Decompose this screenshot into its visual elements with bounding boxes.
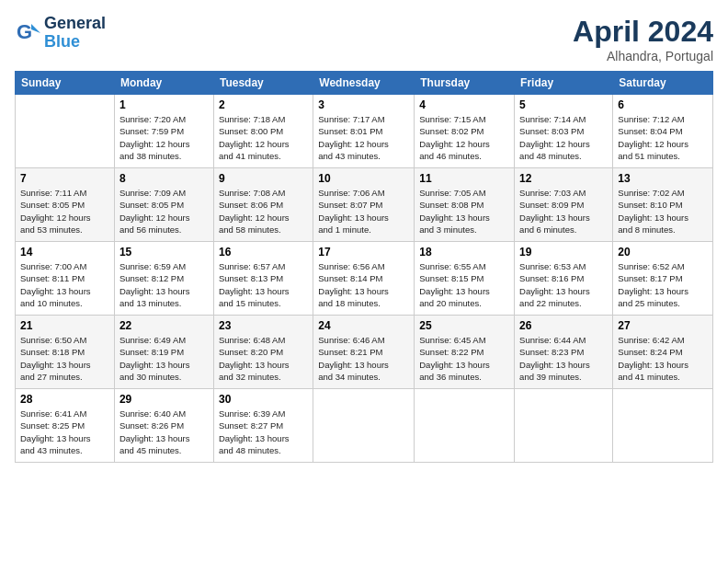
calendar-cell: 5Sunrise: 7:14 AMSunset: 8:03 PMDaylight… — [515, 95, 613, 168]
calendar-cell: 3Sunrise: 7:17 AMSunset: 8:01 PMDaylight… — [313, 95, 415, 168]
svg-marker-1 — [31, 24, 40, 33]
calendar-cell: 17Sunrise: 6:56 AMSunset: 8:14 PMDayligh… — [313, 242, 415, 316]
day-number: 6 — [618, 98, 708, 111]
calendar-cell — [313, 389, 415, 463]
day-number: 17 — [318, 246, 409, 259]
day-number: 1 — [119, 98, 209, 111]
day-number: 23 — [219, 319, 308, 332]
day-number: 29 — [119, 393, 209, 406]
day-info: Sunrise: 6:45 AMSunset: 8:22 PMDaylight:… — [419, 334, 509, 383]
day-info: Sunrise: 6:49 AMSunset: 8:19 PMDaylight:… — [119, 334, 209, 383]
calendar-cell: 24Sunrise: 6:46 AMSunset: 8:21 PMDayligh… — [313, 316, 415, 389]
day-number: 18 — [419, 246, 509, 259]
svg-text:G: G — [17, 20, 32, 43]
logo-icon: G — [15, 20, 40, 46]
day-number: 8 — [119, 172, 209, 185]
weekday-header: Sunday — [16, 72, 115, 95]
day-number: 28 — [20, 393, 109, 406]
weekday-header: Tuesday — [213, 72, 313, 95]
calendar-cell: 11Sunrise: 7:05 AMSunset: 8:08 PMDayligh… — [415, 168, 515, 242]
calendar-cell: 21Sunrise: 6:50 AMSunset: 8:18 PMDayligh… — [16, 316, 115, 389]
day-info: Sunrise: 7:20 AMSunset: 7:59 PMDaylight:… — [119, 113, 209, 162]
day-number: 13 — [618, 172, 708, 185]
calendar-cell: 28Sunrise: 6:41 AMSunset: 8:25 PMDayligh… — [16, 389, 115, 463]
day-info: Sunrise: 6:41 AMSunset: 8:25 PMDaylight:… — [20, 408, 109, 456]
calendar-week-row: 14Sunrise: 7:00 AMSunset: 8:11 PMDayligh… — [16, 242, 713, 316]
calendar-cell: 10Sunrise: 7:06 AMSunset: 8:07 PMDayligh… — [313, 168, 415, 242]
day-info: Sunrise: 7:05 AMSunset: 8:08 PMDaylight:… — [419, 187, 509, 236]
day-number: 21 — [20, 319, 109, 332]
calendar-week-row: 28Sunrise: 6:41 AMSunset: 8:25 PMDayligh… — [16, 389, 713, 463]
calendar-week-row: 7Sunrise: 7:11 AMSunset: 8:05 PMDaylight… — [16, 168, 713, 242]
logo: G General Blue — [15, 15, 106, 52]
calendar-cell: 30Sunrise: 6:39 AMSunset: 8:27 PMDayligh… — [213, 389, 313, 463]
day-number: 7 — [20, 172, 109, 185]
logo-line1: General — [44, 15, 106, 33]
calendar-cell: 26Sunrise: 6:44 AMSunset: 8:23 PMDayligh… — [515, 316, 613, 389]
calendar-cell: 12Sunrise: 7:03 AMSunset: 8:09 PMDayligh… — [515, 168, 613, 242]
day-number: 4 — [419, 98, 509, 111]
day-number: 19 — [519, 246, 608, 259]
calendar-cell — [515, 389, 613, 463]
day-info: Sunrise: 6:55 AMSunset: 8:15 PMDaylight:… — [419, 260, 509, 309]
day-number: 5 — [519, 98, 608, 111]
day-info: Sunrise: 6:52 AMSunset: 8:17 PMDaylight:… — [618, 260, 708, 309]
calendar-cell — [415, 389, 515, 463]
calendar-cell: 23Sunrise: 6:48 AMSunset: 8:20 PMDayligh… — [213, 316, 313, 389]
calendar-cell: 7Sunrise: 7:11 AMSunset: 8:05 PMDaylight… — [16, 168, 115, 242]
calendar-cell: 14Sunrise: 7:00 AMSunset: 8:11 PMDayligh… — [16, 242, 115, 316]
day-info: Sunrise: 7:00 AMSunset: 8:11 PMDaylight:… — [20, 260, 109, 309]
calendar-cell: 19Sunrise: 6:53 AMSunset: 8:16 PMDayligh… — [515, 242, 613, 316]
day-number: 2 — [219, 98, 308, 111]
day-info: Sunrise: 6:57 AMSunset: 8:13 PMDaylight:… — [219, 260, 308, 309]
calendar-cell: 6Sunrise: 7:12 AMSunset: 8:04 PMDaylight… — [613, 95, 713, 168]
location: Alhandra, Portugal — [573, 49, 713, 63]
day-info: Sunrise: 6:44 AMSunset: 8:23 PMDaylight:… — [519, 334, 608, 383]
day-info: Sunrise: 7:18 AMSunset: 8:00 PMDaylight:… — [219, 113, 308, 162]
day-info: Sunrise: 6:42 AMSunset: 8:24 PMDaylight:… — [618, 334, 708, 383]
day-info: Sunrise: 7:02 AMSunset: 8:10 PMDaylight:… — [618, 187, 708, 236]
day-info: Sunrise: 6:50 AMSunset: 8:18 PMDaylight:… — [20, 334, 109, 383]
day-number: 27 — [618, 319, 708, 332]
day-info: Sunrise: 7:09 AMSunset: 8:05 PMDaylight:… — [119, 187, 209, 236]
calendar-cell: 22Sunrise: 6:49 AMSunset: 8:19 PMDayligh… — [114, 316, 213, 389]
day-info: Sunrise: 6:53 AMSunset: 8:16 PMDaylight:… — [519, 260, 608, 309]
day-info: Sunrise: 7:12 AMSunset: 8:04 PMDaylight:… — [618, 113, 708, 162]
day-info: Sunrise: 7:08 AMSunset: 8:06 PMDaylight:… — [219, 187, 308, 236]
weekday-header: Monday — [114, 72, 213, 95]
day-info: Sunrise: 6:56 AMSunset: 8:14 PMDaylight:… — [318, 260, 409, 309]
weekday-header: Wednesday — [313, 72, 415, 95]
day-number: 3 — [318, 98, 409, 111]
weekday-header: Friday — [515, 72, 613, 95]
day-number: 11 — [419, 172, 509, 185]
calendar-cell: 18Sunrise: 6:55 AMSunset: 8:15 PMDayligh… — [415, 242, 515, 316]
calendar-cell: 9Sunrise: 7:08 AMSunset: 8:06 PMDaylight… — [213, 168, 313, 242]
day-info: Sunrise: 7:03 AMSunset: 8:09 PMDaylight:… — [519, 187, 608, 236]
weekday-header-row: SundayMondayTuesdayWednesdayThursdayFrid… — [16, 72, 713, 95]
calendar-week-row: 21Sunrise: 6:50 AMSunset: 8:18 PMDayligh… — [16, 316, 713, 389]
day-number: 26 — [519, 319, 608, 332]
day-number: 14 — [20, 246, 109, 259]
day-number: 12 — [519, 172, 608, 185]
day-info: Sunrise: 6:48 AMSunset: 8:20 PMDaylight:… — [219, 334, 308, 383]
calendar-cell: 2Sunrise: 7:18 AMSunset: 8:00 PMDaylight… — [213, 95, 313, 168]
month-title: April 2024 — [573, 15, 713, 49]
calendar-cell: 16Sunrise: 6:57 AMSunset: 8:13 PMDayligh… — [213, 242, 313, 316]
calendar-cell: 4Sunrise: 7:15 AMSunset: 8:02 PMDaylight… — [415, 95, 515, 168]
day-number: 30 — [219, 393, 308, 406]
day-info: Sunrise: 6:59 AMSunset: 8:12 PMDaylight:… — [119, 260, 209, 309]
day-info: Sunrise: 7:14 AMSunset: 8:03 PMDaylight:… — [519, 113, 608, 162]
day-info: Sunrise: 7:15 AMSunset: 8:02 PMDaylight:… — [419, 113, 509, 162]
calendar-week-row: 1Sunrise: 7:20 AMSunset: 7:59 PMDaylight… — [16, 95, 713, 168]
day-number: 16 — [219, 246, 308, 259]
day-number: 9 — [219, 172, 308, 185]
calendar-cell: 15Sunrise: 6:59 AMSunset: 8:12 PMDayligh… — [114, 242, 213, 316]
weekday-header: Saturday — [613, 72, 713, 95]
calendar-cell: 8Sunrise: 7:09 AMSunset: 8:05 PMDaylight… — [114, 168, 213, 242]
logo-text: General Blue — [44, 15, 106, 52]
calendar-cell: 25Sunrise: 6:45 AMSunset: 8:22 PMDayligh… — [415, 316, 515, 389]
day-number: 10 — [318, 172, 409, 185]
title-area: April 2024 Alhandra, Portugal — [573, 15, 713, 63]
calendar-cell — [16, 95, 115, 168]
day-info: Sunrise: 7:17 AMSunset: 8:01 PMDaylight:… — [318, 113, 409, 162]
